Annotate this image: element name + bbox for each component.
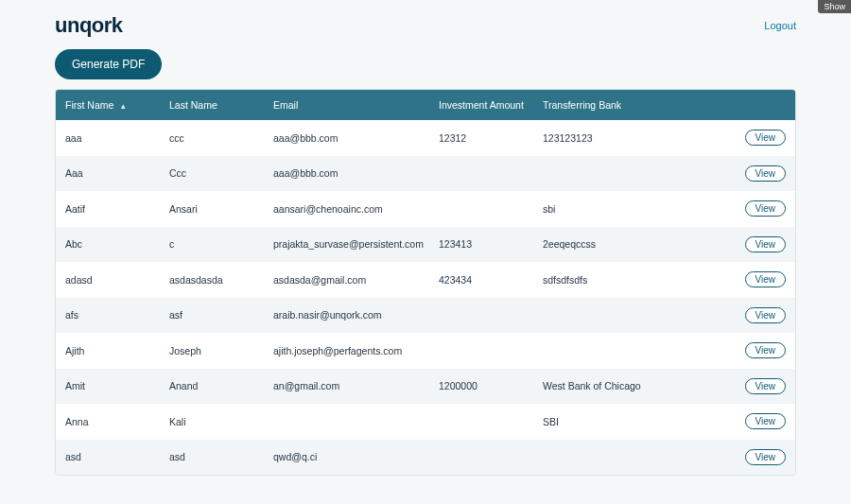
cell-transferring-bank: sdfsdfsdfs [533, 262, 722, 298]
cell-email: qwd@q.ci [264, 440, 429, 476]
table-row: AaaCccaaa@bbb.comView [56, 156, 796, 192]
cell-transferring-bank: West Bank of Chicago [533, 369, 722, 405]
cell-last-name: asdasdasda [160, 262, 264, 298]
header: unqork Logout [55, 11, 796, 45]
cell-actions: View [722, 227, 796, 263]
view-button[interactable]: View [745, 307, 787, 323]
cell-first-name: Abc [56, 227, 160, 263]
view-button[interactable]: View [745, 236, 787, 252]
cell-last-name: Joseph [160, 333, 264, 369]
cell-email: asdasda@gmail.com [264, 262, 429, 298]
col-header-label: First Name [65, 99, 113, 111]
cell-first-name: asd [56, 440, 160, 476]
cell-investment-amount: 423434 [429, 262, 533, 298]
view-button[interactable]: View [745, 449, 787, 465]
cell-actions: View [722, 333, 796, 369]
view-button[interactable]: View [745, 271, 787, 287]
cell-transferring-bank: 2eeqeqccss [533, 227, 722, 263]
cell-investment-amount: 123413 [429, 227, 533, 263]
cell-investment-amount [429, 333, 533, 369]
logout-link[interactable]: Logout [764, 20, 796, 31]
cell-email: an@gmail.com [264, 369, 429, 405]
cell-email: aaa@bbb.com [264, 120, 429, 156]
col-header-investment-amount[interactable]: Investment Amount [429, 90, 533, 120]
cell-actions: View [722, 369, 796, 405]
cell-actions: View [722, 262, 796, 298]
brand-logo: unqork [55, 13, 123, 38]
cell-email [264, 404, 429, 440]
cell-investment-amount [429, 404, 533, 440]
view-button[interactable]: View [745, 378, 787, 394]
view-button[interactable]: View [745, 200, 787, 217]
cell-investment-amount [429, 298, 533, 334]
cell-transferring-bank: SBI [533, 404, 722, 440]
cell-last-name: asf [160, 298, 264, 334]
cell-first-name: Aatif [56, 191, 160, 227]
cell-investment-amount [429, 440, 533, 476]
table-header-row: First Name ▲ Last Name Email Investment … [56, 90, 796, 120]
cell-transferring-bank [533, 440, 722, 476]
cell-transferring-bank: 123123123 [533, 120, 722, 156]
cell-transferring-bank [533, 298, 722, 334]
cell-investment-amount: 12312 [429, 120, 533, 156]
cell-last-name: asd [160, 440, 264, 476]
view-button[interactable]: View [745, 413, 787, 429]
data-table: First Name ▲ Last Name Email Investment … [56, 90, 796, 475]
table-row: AjithJosephajith.joseph@perfagents.comVi… [56, 333, 796, 369]
cell-actions: View [722, 191, 796, 227]
col-header-transferring-bank[interactable]: Transferring Bank [533, 90, 722, 120]
cell-email: prajakta_survase@persistent.com [264, 227, 429, 263]
cell-actions: View [722, 298, 796, 334]
cell-actions: View [722, 404, 796, 440]
cell-transferring-bank: sbi [533, 191, 722, 227]
show-toggle[interactable]: Show [818, 0, 851, 13]
cell-last-name: ccc [160, 120, 264, 156]
cell-first-name: aaa [56, 120, 160, 156]
view-button[interactable]: View [745, 342, 787, 358]
cell-email: aansari@chenoainc.com [264, 191, 429, 227]
cell-email: aaa@bbb.com [264, 156, 429, 192]
table-row: asdasdqwd@q.ciView [56, 440, 796, 476]
cell-email: ajith.joseph@perfagents.com [264, 333, 429, 369]
view-button[interactable]: View [745, 165, 787, 182]
table-row: AatifAnsariaansari@chenoainc.comsbiView [56, 191, 796, 227]
cell-transferring-bank [533, 156, 722, 192]
cell-last-name: c [160, 227, 264, 263]
col-header-email[interactable]: Email [264, 90, 429, 120]
cell-investment-amount [429, 156, 533, 192]
cell-first-name: Aaa [56, 156, 160, 192]
cell-transferring-bank [533, 333, 722, 369]
table-row: aaacccaaa@bbb.com12312123123123View [56, 120, 796, 156]
table-row: AnnaKaliSBIView [56, 404, 796, 440]
table-row: AmitAnandan@gmail.com1200000West Bank of… [56, 369, 796, 405]
cell-first-name: Ajith [56, 333, 160, 369]
table-row: Abccprajakta_survase@persistent.com12341… [56, 227, 796, 263]
col-header-first-name[interactable]: First Name ▲ [56, 90, 160, 120]
cell-last-name: Ccc [160, 156, 264, 192]
cell-last-name: Ansari [160, 191, 264, 227]
table-row: afsasfaraib.nasir@unqork.comView [56, 298, 796, 334]
cell-last-name: Anand [160, 369, 264, 405]
cell-investment-amount: 1200000 [429, 369, 533, 405]
cell-email: araib.nasir@unqork.com [264, 298, 429, 334]
generate-pdf-button[interactable]: Generate PDF [55, 49, 162, 79]
cell-first-name: afs [56, 298, 160, 334]
cell-actions: View [722, 156, 796, 192]
view-button[interactable]: View [745, 130, 787, 146]
cell-actions: View [722, 440, 796, 476]
cell-investment-amount [429, 191, 533, 227]
cell-first-name: adasd [56, 262, 160, 298]
col-header-actions [722, 90, 796, 120]
page-container: unqork Logout Generate PDF First Name ▲ … [55, 0, 796, 476]
data-table-wrap: First Name ▲ Last Name Email Investment … [55, 89, 796, 476]
cell-first-name: Amit [56, 369, 160, 405]
cell-last-name: Kali [160, 404, 264, 440]
cell-actions: View [722, 120, 796, 156]
sort-asc-icon: ▲ [119, 102, 127, 111]
col-header-last-name[interactable]: Last Name [160, 90, 264, 120]
table-row: adasdasdasdasdaasdasda@gmail.com423434sd… [56, 262, 796, 298]
cell-first-name: Anna [56, 404, 160, 440]
